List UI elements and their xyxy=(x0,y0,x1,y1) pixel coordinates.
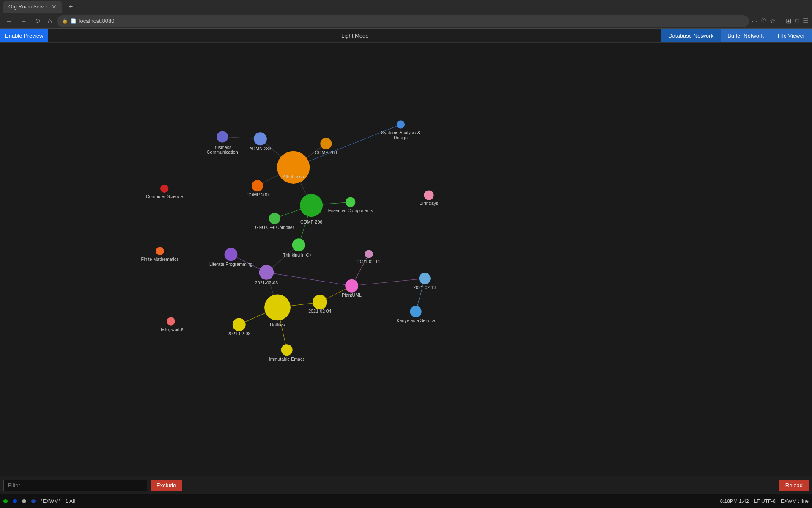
svg-text:ADMN 233: ADMN 233 xyxy=(250,146,272,151)
address-bar[interactable]: 🔒 📄 localhost:8080 xyxy=(57,15,749,27)
workspace-label: *EXWM* xyxy=(41,498,60,504)
node-systems-analysis[interactable] xyxy=(397,120,405,128)
browser-tab[interactable]: Org Roam Server ✕ xyxy=(3,1,62,13)
status-dot-lock xyxy=(31,499,36,503)
home-button[interactable]: ⌂ xyxy=(45,16,55,27)
url-display: localhost:8080 xyxy=(79,18,115,24)
node-literate-prog[interactable] xyxy=(225,248,238,261)
tabs-icon[interactable]: ⧉ xyxy=(795,17,799,25)
node-gnu-cpp[interactable] xyxy=(269,213,280,224)
exclude-button[interactable]: Exclude xyxy=(151,480,182,491)
back-button[interactable]: ← xyxy=(3,16,15,27)
svg-text:Finite Mathematics: Finite Mathematics xyxy=(141,257,179,262)
svg-text:2021-02-08: 2021-02-08 xyxy=(228,331,250,336)
new-tab-button[interactable]: + xyxy=(65,1,77,13)
svg-text:COMP 200: COMP 200 xyxy=(247,192,269,197)
node-admn233[interactable] xyxy=(254,132,267,145)
svg-text:Athabasca: Athabasca xyxy=(283,174,304,179)
svg-text:PlantUML: PlantUML xyxy=(342,293,362,298)
svg-text:Thinking in C++: Thinking in C++ xyxy=(283,252,314,257)
node-finite-math[interactable] xyxy=(156,247,164,255)
node-date-20210213[interactable] xyxy=(419,273,431,284)
main-view: Business Communication ADMN 233 COMP 268… xyxy=(0,43,812,476)
node-hello-world[interactable] xyxy=(167,318,175,326)
svg-line-13 xyxy=(266,272,352,286)
node-thinking-cpp[interactable] xyxy=(292,238,305,251)
svg-text:Business: Business xyxy=(213,145,231,150)
svg-text:Birthdays: Birthdays xyxy=(420,201,438,206)
node-dotfiles[interactable] xyxy=(264,294,291,320)
svg-text:Hello, world!: Hello, world! xyxy=(159,327,183,332)
node-date-20210204[interactable] xyxy=(313,295,327,309)
svg-text:Design: Design xyxy=(394,135,408,140)
tab-title: Org Roam Server xyxy=(8,4,48,10)
status-dot-green xyxy=(3,499,8,503)
status-time: 8:18PM 1.42 xyxy=(720,498,749,504)
status-dot-gray xyxy=(22,499,26,503)
svg-text:2021-02-04: 2021-02-04 xyxy=(308,309,331,314)
status-dot-blue xyxy=(13,499,17,503)
browser-nav-right: ··· ♡ ☆ ⊞ ⧉ ☰ xyxy=(752,17,809,25)
svg-text:Literate Programming: Literate Programming xyxy=(209,262,252,267)
reload-button[interactable]: Reload xyxy=(779,480,809,491)
status-mode: EXWM : line xyxy=(781,498,809,504)
enable-preview-button[interactable]: Enable Preview xyxy=(0,29,48,42)
node-comp200[interactable] xyxy=(252,180,263,191)
pocket-icon[interactable]: ♡ xyxy=(760,17,766,25)
security-icon: 🔒 xyxy=(62,18,68,24)
filter-input[interactable] xyxy=(3,480,147,491)
svg-text:Dotfiles: Dotfiles xyxy=(270,322,285,327)
node-essential-components[interactable] xyxy=(346,197,355,207)
node-plantuml[interactable] xyxy=(345,279,358,293)
svg-text:Communication: Communication xyxy=(207,150,238,155)
node-comp206[interactable] xyxy=(300,194,323,217)
svg-text:2021-02-03: 2021-02-03 xyxy=(255,280,278,285)
svg-text:GNU C++ Compiler: GNU C++ Compiler xyxy=(255,225,294,230)
svg-text:Systems Analysis &: Systems Analysis & xyxy=(381,130,420,135)
sidebar-icon[interactable]: ⊞ xyxy=(786,17,791,25)
status-bar: *EXWM* 1 All 8:18PM 1.42 LF UTF-8 EXWM :… xyxy=(0,494,812,508)
node-date-20210211[interactable] xyxy=(365,250,373,258)
file-viewer-button[interactable]: File Viewer xyxy=(771,29,812,42)
tab-close-icon[interactable]: ✕ xyxy=(52,3,57,10)
reload-browser-button[interactable]: ↻ xyxy=(32,15,43,27)
svg-text:2021-02-11: 2021-02-11 xyxy=(357,259,380,264)
svg-text:Computer Science: Computer Science xyxy=(146,194,183,199)
node-comp268[interactable] xyxy=(320,138,332,149)
svg-text:COMP 268: COMP 268 xyxy=(315,150,337,155)
browser-title-bar: Org Roam Server ✕ + xyxy=(0,0,812,14)
buffer-network-button[interactable]: Buffer Network xyxy=(721,29,771,42)
page-icon: 📄 xyxy=(71,18,77,24)
node-birthdays[interactable] xyxy=(424,190,433,200)
forward-button[interactable]: → xyxy=(18,16,30,27)
toolbar-nav-buttons: Database Network Buffer Network File Vie… xyxy=(661,29,812,42)
database-network-button[interactable]: Database Network xyxy=(661,29,721,42)
status-encoding: LF UTF-8 xyxy=(754,498,776,504)
more-icon[interactable]: ··· xyxy=(752,17,757,25)
node-date-20210203[interactable] xyxy=(259,265,274,280)
filter-bar: Exclude Reload xyxy=(0,476,812,494)
workspace-num-label: 1 All xyxy=(66,498,75,504)
node-immutable-emacs[interactable] xyxy=(281,344,293,356)
menu-icon[interactable]: ☰ xyxy=(803,17,809,25)
svg-text:COMP 206: COMP 206 xyxy=(300,219,322,224)
node-computer-science[interactable] xyxy=(160,185,168,193)
app-toolbar: Enable Preview Light Mode Database Netwo… xyxy=(0,29,812,43)
light-mode-label: Light Mode xyxy=(48,33,661,39)
svg-text:Essential Components: Essential Components xyxy=(328,208,373,213)
browser-nav-bar: ← → ↻ ⌂ 🔒 📄 localhost:8080 ··· ♡ ☆ ⊞ ⧉ ☰ xyxy=(0,14,812,29)
node-business-comm[interactable] xyxy=(217,131,228,142)
svg-text:Kanye as a Service: Kanye as a Service xyxy=(396,318,435,323)
node-date-20210208[interactable] xyxy=(233,318,246,331)
node-kanye[interactable] xyxy=(410,306,422,318)
svg-text:2021-02-13: 2021-02-13 xyxy=(413,285,436,290)
star-icon[interactable]: ☆ xyxy=(770,17,776,25)
svg-text:Immutable Emacs: Immutable Emacs xyxy=(269,356,305,362)
network-graph[interactable]: Business Communication ADMN 233 COMP 268… xyxy=(0,43,812,476)
